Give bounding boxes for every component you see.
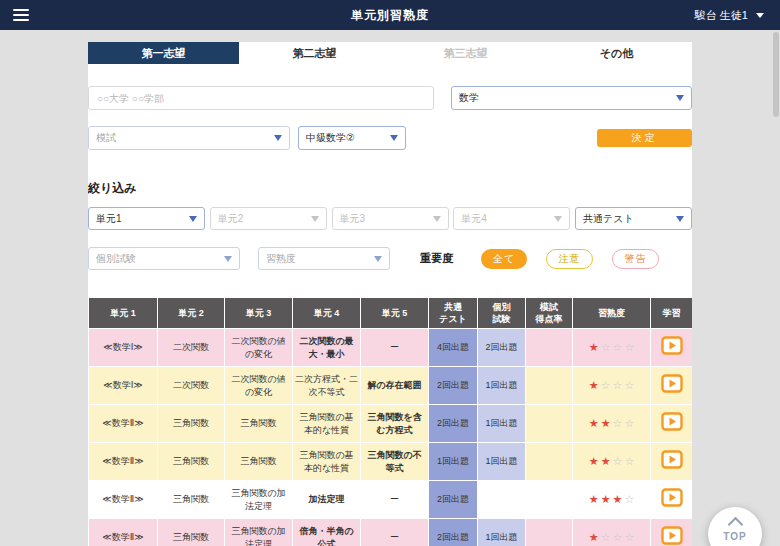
main-content: 第一志望 第二志望 第三志望 その他 数学 模試 中級数学② 決定 絞り込み 単… <box>88 42 692 546</box>
unit3-cell: 二次関数の値の変化 <box>225 367 293 405</box>
exam-select-value: 模試 <box>96 131 116 145</box>
chevron-down-icon <box>224 256 232 262</box>
filter-unit2-select[interactable]: 単元2 <box>210 207 327 230</box>
importance-label: 重要度 <box>420 251 453 266</box>
unit5-cell: ー <box>361 481 429 519</box>
kyotsu-count-cell: 2回出題 <box>429 481 478 519</box>
learn-cell <box>651 405 693 443</box>
unit2-cell: 三角関数 <box>158 481 225 519</box>
unit2-cell: 二次関数 <box>158 367 225 405</box>
moshi-rate-cell <box>526 367 573 405</box>
filter-kyotsu-select[interactable]: 共通テスト <box>575 207 692 230</box>
chevron-down-icon <box>189 216 197 222</box>
moshi-rate-cell <box>526 443 573 481</box>
play-video-icon[interactable] <box>661 526 683 545</box>
unit1-cell: ≪数学Ⅱ≫ <box>89 481 158 519</box>
exam-row: 模試 中級数学② 決定 <box>88 126 692 150</box>
proficiency-stars: ★★☆☆ <box>573 443 651 481</box>
filter-proficiency-select[interactable]: 習熟度 <box>258 247 390 270</box>
importance-caution-button[interactable]: 注意 <box>546 249 593 269</box>
filter-proficiency-value: 習熟度 <box>266 252 296 266</box>
scroll-top-button[interactable]: TOP <box>708 507 762 546</box>
unit5-cell: 三角関数を含む方程式 <box>361 405 429 443</box>
filter-kobetsu-select[interactable]: 個別試験 <box>88 247 240 270</box>
col-header-kobetsu: 個別 試験 <box>478 298 526 329</box>
filter-unit2-value: 単元2 <box>218 212 244 226</box>
unit3-cell: 二次関数の値の変化 <box>225 329 293 367</box>
exam-select[interactable]: 模試 <box>88 126 290 150</box>
chevron-down-icon <box>274 135 282 141</box>
learn-cell <box>651 519 693 546</box>
play-video-icon[interactable] <box>661 336 683 355</box>
col-header-proficiency: 習熟度 <box>573 298 651 329</box>
filter-row-importance: 個別試験 習熟度 重要度 全て 注意 警告 <box>88 247 692 270</box>
kyotsu-count-cell: 2回出題 <box>429 519 478 546</box>
tab-other[interactable]: その他 <box>541 42 692 64</box>
filter-kyotsu-value: 共通テスト <box>583 212 634 226</box>
top-nav: 単元別習熟度 駿台 生徒1 <box>0 0 780 30</box>
col-header-unit3: 単元 3 <box>225 298 293 329</box>
filter-section-title: 絞り込み <box>88 180 692 194</box>
unit1-cell: ≪数学Ⅱ≫ <box>89 443 158 481</box>
filter-kobetsu-value: 個別試験 <box>96 252 136 266</box>
unit4-cell: 三角関数の基本的な性質 <box>293 405 361 443</box>
tab-third-choice[interactable]: 第三志望 <box>390 42 541 64</box>
filter-unit1-select[interactable]: 単元1 <box>88 207 205 230</box>
search-row: 数学 <box>88 86 692 110</box>
user-name: 駿台 生徒1 <box>695 8 748 23</box>
unit3-cell: 三角関数 <box>225 443 293 481</box>
moshi-rate-cell <box>526 519 573 546</box>
play-video-icon[interactable] <box>661 412 683 431</box>
university-search-input[interactable] <box>88 86 434 110</box>
proficiency-table: 単元 1 単元 2 単元 3 単元 4 単元 5 共通 テスト 個別 試験 模試… <box>88 297 692 546</box>
course-select-value: 中級数学② <box>306 131 355 145</box>
unit5-cell: ー <box>361 519 429 546</box>
course-select[interactable]: 中級数学② <box>298 126 406 150</box>
unit2-cell: 二次関数 <box>158 329 225 367</box>
unit1-cell: ≪数学Ⅱ≫ <box>89 519 158 546</box>
tab-first-choice[interactable]: 第一志望 <box>88 42 239 64</box>
unit5-cell: 三角関数の不等式 <box>361 443 429 481</box>
proficiency-stars: ★☆☆☆ <box>573 329 651 367</box>
col-header-unit4: 単元 4 <box>293 298 361 329</box>
unit2-cell: 三角関数 <box>158 405 225 443</box>
play-video-icon[interactable] <box>661 450 683 469</box>
kobetsu-count-cell: 1回出題 <box>478 405 526 443</box>
proficiency-stars: ★☆☆☆ <box>573 519 651 546</box>
subject-select[interactable]: 数学 <box>451 86 692 110</box>
play-video-icon[interactable] <box>661 488 683 507</box>
unit3-cell: 三角関数の加法定理 <box>225 481 293 519</box>
learn-cell <box>651 329 693 367</box>
unit4-cell: 倍角・半角の公式 <box>293 519 361 546</box>
chevron-down-icon <box>374 256 382 262</box>
unit3-cell: 三角関数 <box>225 405 293 443</box>
proficiency-stars: ★☆☆☆ <box>573 367 651 405</box>
unit2-cell: 三角関数 <box>158 443 225 481</box>
page-title: 単元別習熟度 <box>0 0 780 30</box>
importance-warning-button[interactable]: 警告 <box>612 249 659 269</box>
filter-unit4-value: 単元4 <box>461 212 487 226</box>
filter-row-units: 単元1 単元2 単元3 単元4 共通テスト <box>88 207 692 230</box>
filter-unit4-select[interactable]: 単元4 <box>453 207 570 230</box>
submit-button[interactable]: 決定 <box>597 129 692 147</box>
unit1-cell: ≪数学Ⅰ≫ <box>89 367 158 405</box>
unit2-cell: 三角関数 <box>158 519 225 546</box>
vertical-scrollbar[interactable] <box>773 32 779 117</box>
proficiency-stars: ★★☆☆ <box>573 405 651 443</box>
unit4-cell: 加法定理 <box>293 481 361 519</box>
learn-cell <box>651 367 693 405</box>
filter-unit3-select[interactable]: 単元3 <box>332 207 449 230</box>
subject-select-value: 数学 <box>459 91 479 105</box>
unit4-cell: 二次方程式・二次不等式 <box>293 367 361 405</box>
table-row: ≪数学Ⅱ≫ 三角関数 三角関数の加法定理 加法定理 ー 2回出題 ★★★☆ <box>89 481 693 519</box>
play-video-icon[interactable] <box>661 374 683 393</box>
filter-unit3-value: 単元3 <box>340 212 366 226</box>
moshi-rate-cell <box>526 329 573 367</box>
tab-second-choice[interactable]: 第二志望 <box>239 42 390 64</box>
unit1-cell: ≪数学Ⅱ≫ <box>89 405 158 443</box>
importance-all-button[interactable]: 全て <box>481 249 527 269</box>
user-menu[interactable]: 駿台 生徒1 <box>695 0 764 30</box>
col-header-unit2: 単元 2 <box>158 298 225 329</box>
unit5-cell: ー <box>361 329 429 367</box>
kyotsu-count-cell: 1回出題 <box>429 443 478 481</box>
